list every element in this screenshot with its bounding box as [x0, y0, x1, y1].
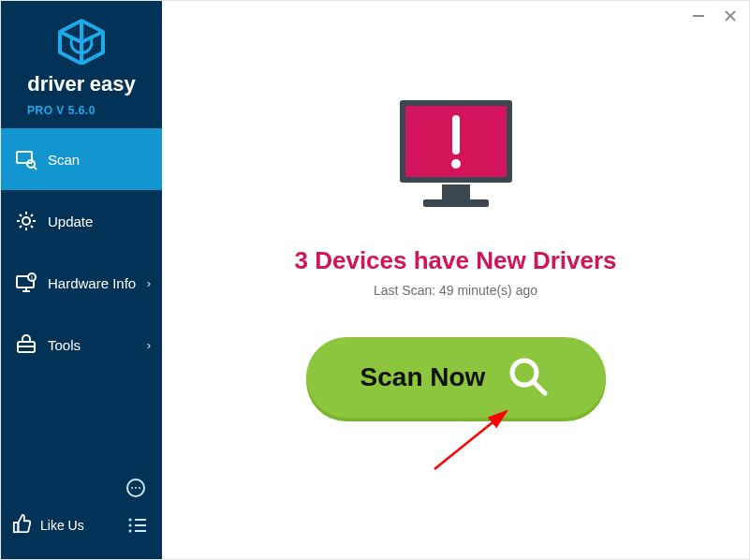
- sidebar-bottom: Like Us: [1, 460, 162, 559]
- headline: 3 Devices have New Drivers: [295, 246, 617, 275]
- close-button[interactable]: [721, 7, 740, 25]
- toolbox-icon: [14, 332, 38, 357]
- like-us-label: Like Us: [40, 518, 84, 533]
- sidebar-item-label: Scan: [48, 152, 80, 168]
- svg-point-17: [129, 519, 132, 522]
- last-scan-label: Last Scan: 49 minute(s) ago: [374, 283, 537, 298]
- sidebar: driver easy PRO V 5.6.0 Scan: [1, 1, 162, 559]
- svg-point-14: [135, 487, 137, 489]
- chevron-right-icon: ›: [147, 338, 151, 352]
- svg-point-4: [22, 217, 30, 225]
- window-controls: [689, 7, 740, 25]
- brand-name: driver easy: [1, 72, 162, 96]
- thumbs-up-icon: [12, 513, 33, 538]
- scan-status-panel: 3 Devices have New Drivers Last Scan: 49…: [162, 1, 749, 418]
- svg-rect-29: [423, 199, 489, 207]
- gear-refresh-icon: [14, 209, 38, 233]
- svg-point-15: [139, 487, 140, 489]
- like-us-button[interactable]: Like Us: [12, 513, 84, 538]
- svg-line-33: [534, 382, 545, 393]
- monitor-info-icon: i: [14, 271, 38, 295]
- sidebar-item-hardware-info[interactable]: i Hardware Info ›: [1, 252, 162, 314]
- sidebar-item-label: Tools: [48, 337, 81, 353]
- scan-icon: [14, 147, 38, 171]
- feedback-icon[interactable]: [123, 475, 149, 501]
- sidebar-item-tools[interactable]: Tools ›: [1, 314, 162, 376]
- app-window: driver easy PRO V 5.6.0 Scan: [0, 0, 750, 560]
- version-label: PRO V 5.6.0: [1, 104, 162, 128]
- svg-point-19: [129, 524, 132, 527]
- scan-now-label: Scan Now: [360, 362, 486, 392]
- sidebar-item-update[interactable]: Update: [1, 190, 162, 252]
- svg-rect-16: [14, 523, 19, 532]
- minimize-button[interactable]: [689, 7, 708, 25]
- chevron-right-icon: ›: [147, 276, 151, 290]
- magnifier-icon: [506, 354, 551, 402]
- main-pane: 3 Devices have New Drivers Last Scan: 49…: [162, 1, 749, 559]
- svg-line-3: [34, 167, 37, 169]
- alert-monitor-icon: [386, 91, 526, 226]
- logo-cube-icon: [54, 18, 109, 65]
- svg-line-34: [434, 411, 507, 469]
- sidebar-item-label: Hardware Info: [48, 275, 136, 291]
- svg-rect-28: [442, 184, 470, 199]
- sidebar-item-label: Update: [48, 214, 93, 229]
- sidebar-nav: Scan Update i Hardware: [1, 128, 162, 460]
- svg-point-21: [129, 530, 132, 533]
- scan-now-button[interactable]: Scan Now: [306, 337, 606, 418]
- menu-list-icon[interactable]: [125, 512, 151, 538]
- svg-point-13: [131, 487, 133, 489]
- svg-point-31: [451, 159, 461, 169]
- logo: driver easy: [1, 1, 162, 104]
- sidebar-item-scan[interactable]: Scan: [1, 128, 162, 190]
